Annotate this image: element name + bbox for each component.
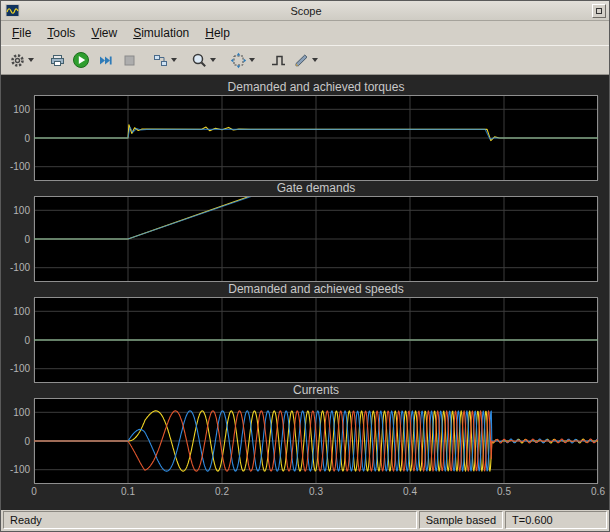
svg-text:0.1: 0.1: [121, 486, 135, 497]
plot-title-gate-demands: Gate demands: [4, 181, 606, 196]
svg-text:0.5: 0.5: [497, 486, 511, 497]
plot-title-speeds: Demanded and achieved speeds: [4, 282, 606, 297]
svg-text:-100: -100: [10, 161, 30, 172]
dropdown-caret-icon: [249, 58, 255, 62]
status-message: Ready: [3, 511, 417, 529]
axes-torques[interactable]: 1000-100: [4, 95, 606, 181]
svg-text:0: 0: [24, 234, 30, 245]
axes-currents[interactable]: 1000-100: [4, 398, 606, 484]
gear-icon: [9, 52, 26, 69]
play-icon: [72, 51, 90, 69]
maximize-icon: [596, 8, 602, 14]
status-sample-mode: Sample based: [419, 511, 503, 529]
menu-file[interactable]: File: [5, 23, 38, 43]
svg-text:0.4: 0.4: [403, 486, 417, 497]
svg-text:0: 0: [24, 133, 30, 144]
svg-text:0.2: 0.2: [215, 486, 229, 497]
svg-text:100: 100: [13, 407, 30, 418]
axes-gate-demands[interactable]: 1000-100: [4, 196, 606, 282]
dropdown-caret-icon: [210, 58, 216, 62]
title-bar: Scope: [1, 1, 609, 21]
scope-window: Scope FileToolsViewSimulationHelp Demand…: [0, 0, 610, 532]
step-icon: [97, 52, 114, 69]
svg-text:0: 0: [24, 436, 30, 447]
blocks-icon: [152, 52, 169, 69]
pen-icon: [293, 52, 310, 69]
camera-icon: [49, 52, 66, 69]
x-axis-tick-labels: 00.10.20.30.40.50.6: [4, 484, 606, 498]
dropdown-caret-icon: [171, 58, 177, 62]
plot-gate-demands: Gate demands1000-100: [4, 181, 606, 282]
plot-currents: Currents1000-100: [4, 383, 606, 484]
stop-button[interactable]: [117, 48, 141, 72]
maximize-button[interactable]: [592, 4, 606, 18]
fit-to-view-button[interactable]: [227, 48, 258, 72]
svg-text:100: 100: [13, 205, 30, 216]
svg-text:100: 100: [13, 306, 30, 317]
menu-simulation[interactable]: Simulation: [126, 23, 196, 43]
svg-text:-100: -100: [10, 262, 30, 273]
settings-button[interactable]: [149, 48, 180, 72]
trigger-button[interactable]: [266, 48, 290, 72]
menu-bar: FileToolsViewSimulationHelp: [1, 21, 609, 45]
plot-title-currents: Currents: [4, 383, 606, 398]
svg-text:0.6: 0.6: [591, 486, 605, 497]
magnifier-icon: [191, 52, 208, 69]
highlight-button[interactable]: [290, 48, 321, 72]
step-forward-button[interactable]: [93, 48, 117, 72]
menu-view[interactable]: View: [84, 23, 124, 43]
menu-tools[interactable]: Tools: [40, 23, 82, 43]
parameters-button[interactable]: [6, 48, 37, 72]
dropdown-caret-icon: [312, 58, 318, 62]
svg-text:0: 0: [24, 335, 30, 346]
snapshot-button[interactable]: [45, 48, 69, 72]
scope-canvas: Demanded and achieved torques1000-100Gat…: [1, 75, 609, 510]
run-button[interactable]: [69, 48, 93, 72]
window-title: Scope: [20, 5, 592, 17]
plot-torques: Demanded and achieved torques1000-100: [4, 80, 606, 181]
zoom-button[interactable]: [188, 48, 219, 72]
status-bar: Ready Sample based T=0.600: [1, 510, 609, 531]
menu-help[interactable]: Help: [198, 23, 237, 43]
plot-title-torques: Demanded and achieved torques: [4, 80, 606, 95]
trigger-icon: [270, 52, 287, 69]
status-sim-time: T=0.600: [505, 511, 607, 529]
scope-app-icon: [5, 3, 20, 18]
svg-text:0: 0: [31, 486, 37, 497]
svg-text:100: 100: [13, 104, 30, 115]
stop-icon: [121, 52, 138, 69]
dropdown-caret-icon: [28, 58, 34, 62]
svg-text:0.3: 0.3: [309, 486, 323, 497]
fit-icon: [230, 52, 247, 69]
axes-speeds[interactable]: 1000-100: [4, 297, 606, 383]
svg-text:-100: -100: [10, 464, 30, 475]
svg-text:-100: -100: [10, 363, 30, 374]
plot-speeds: Demanded and achieved speeds1000-100: [4, 282, 606, 383]
toolbar: [1, 45, 609, 75]
